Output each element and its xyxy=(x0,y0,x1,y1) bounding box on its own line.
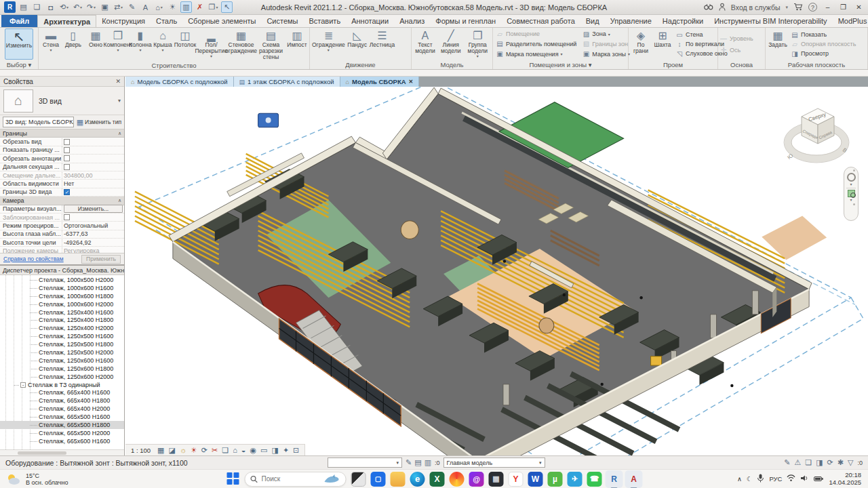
property-row[interactable]: Камера ∧ xyxy=(0,197,124,205)
file-window-icon[interactable]: ▤ xyxy=(18,1,29,13)
panel-label-rooms[interactable]: Помещения и зоны ▾ xyxy=(493,60,628,69)
taskbar-yandex[interactable]: Y xyxy=(509,472,524,487)
select-links-icon[interactable]: ❏ xyxy=(805,459,812,466)
taskbar-whatsapp[interactable]: ☎ xyxy=(587,472,602,487)
tree-item[interactable]: - Стеллаж, 1250x400 H2000 xyxy=(0,324,124,332)
type-caret-icon[interactable]: ▾ xyxy=(118,98,121,104)
view-tab-close-icon[interactable]: ✕ xyxy=(409,79,414,85)
property-row[interactable]: Высота глаза набл... -6377,63 ∧ xyxy=(0,230,124,239)
tree-item[interactable]: - Стеллаж, 665x600 H1600 xyxy=(0,437,124,445)
taskbar-weather[interactable]: 15°CВ осн. облачно xyxy=(0,472,68,486)
taskbar-autocad[interactable]: A xyxy=(627,472,642,487)
ribbon-tab[interactable]: Конструкция xyxy=(96,15,151,27)
taskbar-task-view[interactable] xyxy=(351,472,366,487)
taskbar-excel[interactable]: X xyxy=(430,472,445,487)
property-row[interactable]: Положение камеры Регулировка ∧ xyxy=(0,247,124,253)
property-row[interactable]: Высота точки цели -49264,92 ∧ xyxy=(0,239,124,247)
detail-level-icon[interactable]: ▦ xyxy=(157,447,164,454)
taskbar-browser[interactable] xyxy=(450,472,465,487)
open-icon[interactable]: ❏ xyxy=(31,1,43,13)
ribbon-small-button[interactable]: ▣ Марка помещения ▾ xyxy=(496,49,576,59)
ribbon-tab[interactable]: Анализ xyxy=(394,15,430,27)
peach-floor-area-right[interactable] xyxy=(762,216,827,260)
view-cube[interactable]: Сверху Спереди Справа Ю В xyxy=(783,100,850,171)
ribbon-button[interactable]: ◺ Пандус ▾ xyxy=(347,28,368,60)
reveal-hidden-icon[interactable]: ◉ xyxy=(250,447,256,454)
section-box-icon[interactable]: ⊡ xyxy=(293,447,299,454)
ribbon-button[interactable]: ❒ Компонент ▾ xyxy=(107,28,129,60)
ribbon-small-button[interactable]: ▨ Зона ▾ xyxy=(582,29,630,39)
property-row[interactable]: Обрезать аннотации ∧ xyxy=(0,155,124,163)
modify-icon[interactable]: ↖ xyxy=(221,1,233,13)
property-row[interactable]: Режим проециров... Ортогональный ∧ xyxy=(0,222,124,230)
taskbar-utorrent[interactable]: µ xyxy=(548,472,563,487)
properties-help-link[interactable]: Справка по свойствам xyxy=(3,256,64,262)
ribbon-button[interactable]: ≣ Ограждение ▾ xyxy=(311,28,346,60)
ribbon-button[interactable]: ▤ Схема разрезки стены ▾ xyxy=(256,28,285,60)
tag-icon[interactable]: ✎ xyxy=(126,1,138,13)
ribbon-tab[interactable]: Системы xyxy=(261,15,303,27)
select-by-face-icon[interactable]: ⟳ xyxy=(827,459,833,466)
taskbar-app-grid[interactable]: ▦ xyxy=(489,472,504,487)
sun-path-icon[interactable]: ☼ xyxy=(180,447,186,454)
editing-requests-icon[interactable]: ✎ xyxy=(406,459,412,466)
property-row[interactable]: Границы 3D вида ∧ xyxy=(0,188,124,197)
crop-view-icon[interactable]: ✂ xyxy=(212,447,218,454)
apply-button[interactable]: Применить xyxy=(81,255,121,264)
default-3d-view-icon[interactable]: ⌂ xyxy=(153,1,165,13)
ribbon-tab[interactable]: Архитектура xyxy=(37,15,96,27)
taskbar-clock[interactable]: 20:18 14.04.2025 xyxy=(829,472,861,486)
text-icon[interactable]: A xyxy=(140,1,151,13)
view-tab-floor1[interactable]: ▤ 1 этаж СБОРКА с подложкой ✕ xyxy=(234,77,340,87)
browser-hscrollbar[interactable] xyxy=(0,449,124,455)
ribbon-button[interactable]: ◈ По грани ▾ xyxy=(630,28,652,60)
ribbon-tab[interactable]: Надстройки xyxy=(657,15,709,27)
ribbon-button[interactable]: ▥ Импост ▾ xyxy=(286,28,308,60)
warnings-icon[interactable]: ⚠ xyxy=(794,459,801,466)
section-icon[interactable]: ☀ xyxy=(167,1,178,13)
close-button[interactable]: ✕ xyxy=(854,3,864,11)
hidden-icons-chevron[interactable]: ∧ xyxy=(737,475,742,483)
language-indicator[interactable]: РУС xyxy=(769,475,782,483)
view-type-combo[interactable]: 3D вид: Модель СБОРКА ▾ xyxy=(3,117,74,127)
properties-close-icon[interactable]: ✕ xyxy=(115,78,121,85)
cart-icon[interactable] xyxy=(793,3,803,12)
zoom-icon[interactable] xyxy=(848,190,855,197)
thin-lines-icon[interactable]: ▥ xyxy=(180,1,192,13)
measure-icon[interactable]: ⇄ xyxy=(113,1,124,13)
tree-item[interactable]: - Стеллаж, 1000x600 H2000 xyxy=(0,300,124,308)
tree-item[interactable]: - Стеллаж, 1000x500 H2000 xyxy=(0,276,124,284)
volume-icon[interactable] xyxy=(800,474,809,483)
ribbon-small-button[interactable]: ▤ Разделитель помещений ▾ xyxy=(496,39,576,49)
property-row[interactable]: Параметры визуал... Изменить... ∧ xyxy=(0,205,124,214)
ribbon-tab[interactable]: Формы и генплан xyxy=(430,15,501,27)
ribbon-small-button[interactable]: ▤ Показать ▾ xyxy=(791,31,856,39)
tree-item[interactable]: - Стеллаж, 1250x600 H2000 xyxy=(0,373,124,381)
start-button[interactable] xyxy=(227,472,240,485)
ribbon-small-button[interactable]: ▣ Марка зоны ▾ xyxy=(582,49,630,59)
ribbon-button[interactable]: ❐ Группа модели ▾ xyxy=(465,28,491,60)
select-pinned-icon[interactable]: ◨ xyxy=(816,459,823,466)
minimize-button[interactable]: – xyxy=(823,3,833,11)
ribbon-tab[interactable]: Файл xyxy=(1,15,37,27)
ribbon-button[interactable]: ▮ Колонна ▾ xyxy=(130,28,151,60)
ribbon-button[interactable]: ▦ Задать ▾ xyxy=(767,28,789,60)
round-display-table[interactable] xyxy=(401,221,418,239)
design-options-icon[interactable]: ▥ xyxy=(425,459,431,466)
crop-region-icon[interactable]: ❏ xyxy=(222,447,229,454)
property-row[interactable]: Границы ∧ xyxy=(0,129,124,138)
tree-item[interactable]: - Стеллаж, 1250x500 H2000 xyxy=(0,348,124,357)
taskbar-microsoft-store[interactable]: ▢ xyxy=(371,472,386,487)
panel-label-select[interactable]: Выбор ▾ xyxy=(0,60,38,69)
worksets-combo[interactable]: ▾ xyxy=(328,458,402,468)
ribbon-small-button[interactable]: ▱ Опорная плоскость ▾ xyxy=(791,41,856,48)
close-inactive-icon[interactable]: ✗ xyxy=(194,1,205,13)
design-option-combo[interactable]: Главная модель▾ xyxy=(443,458,545,468)
worksets-icon[interactable]: ▤ xyxy=(414,459,421,466)
taskbar-app-purple[interactable]: @ xyxy=(469,472,484,487)
ribbon-tab[interactable]: Сталь xyxy=(151,15,182,27)
modify-button[interactable]: ↖ Изменить xyxy=(5,28,33,60)
taskbar-search[interactable] xyxy=(245,472,347,487)
tree-item[interactable]: - Стеллаж, 665x400 H2000 xyxy=(0,405,124,413)
checkbox[interactable] xyxy=(64,139,70,145)
